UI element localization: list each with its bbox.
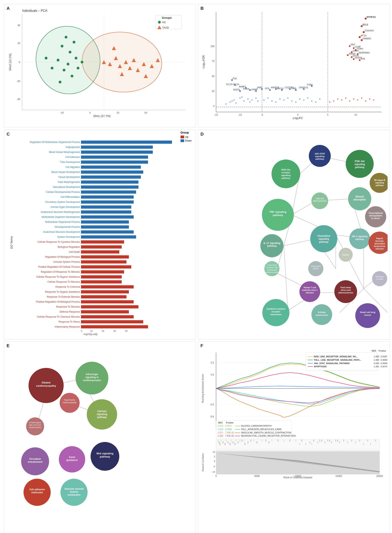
svg-text:Fluid shear: Fluid shear — [340, 287, 351, 289]
panel-a: A Individuals – PCA Dim1 (27.7%) Dim2 (1… — [4, 4, 196, 128]
svg-text:0.0059: 0.0059 — [381, 359, 387, 361]
svg-text:CRISPL01: CRISPL01 — [299, 86, 308, 89]
go-bar-fill — [81, 205, 131, 209]
hc-point — [71, 75, 73, 77]
go-bar-label: Animal Organ Development — [9, 206, 81, 208]
go-bar-fill — [81, 200, 134, 204]
svg-point-37 — [243, 100, 245, 102]
svg-point-57 — [303, 99, 304, 101]
go-bar-fill — [81, 141, 172, 144]
svg-text:ELL2: ELL2 — [363, 23, 368, 26]
svg-rect-286 — [216, 439, 380, 449]
svg-line-141 — [284, 246, 288, 311]
svg-point-91 — [333, 100, 334, 102]
svg-text:Malaria: Malaria — [343, 254, 349, 256]
svg-text:10000: 10000 — [294, 475, 301, 477]
go-bar-fill — [81, 275, 122, 278]
go-x-label: -log10(p.adj) — [83, 333, 187, 335]
svg-point-128 — [359, 59, 360, 61]
go-bar-fill — [81, 210, 131, 214]
network-d: JAK-STAT signaling pathway PI3K-Akt sign… — [200, 137, 388, 339]
hc-point — [67, 63, 70, 66]
svg-point-58 — [307, 97, 308, 99]
svg-point-60 — [315, 101, 316, 103]
node-nod — [271, 160, 300, 188]
svg-text:100: 100 — [210, 45, 215, 48]
svg-text:IL-17 signaling: IL-17 signaling — [264, 242, 280, 245]
svg-point-108 — [359, 36, 361, 38]
hc-point — [61, 45, 63, 47]
svg-text:-40: -40 — [17, 98, 20, 101]
go-bar-label: Blood Vessel Development — [9, 171, 81, 174]
go-bar-fill — [81, 235, 136, 239]
svg-text:signaling: signaling — [319, 238, 329, 240]
svg-text:G49: G49 — [361, 57, 365, 60]
go-bar-label: Cellular Response To Organic Substance — [9, 275, 81, 278]
svg-text:GLRX: GLRX — [353, 50, 359, 52]
svg-text:5000: 5000 — [254, 475, 260, 477]
go-bar-row: Cellular Response To Cytokine Stimulus — [9, 240, 187, 244]
svg-text:JAK_STAT_SIGNALING_PATHWAY: JAK_STAT_SIGNALING_PATHWAY — [314, 362, 350, 364]
go-bar-label: Circulatory System Development — [9, 201, 81, 203]
svg-text:-1.871: -1.871 — [217, 431, 223, 434]
go-bar-label: Anatomical Structure Development — [9, 231, 81, 233]
svg-text:herpesvirus: herpesvirus — [374, 245, 385, 247]
svg-text:CCL15-CCL14: CCL15-CCL14 — [226, 83, 239, 85]
svg-point-47 — [263, 99, 265, 101]
go-bar-label: Positive Regulation Of Biological Proces… — [9, 300, 81, 303]
svg-point-43 — [241, 96, 243, 98]
svg-point-38 — [247, 99, 249, 100]
svg-text:5: 5 — [214, 455, 215, 458]
svg-text:atherosclerosis: atherosclerosis — [313, 200, 326, 202]
svg-text:15000: 15000 — [335, 475, 342, 477]
svg-text:in cancer: in cancer — [376, 278, 383, 280]
svg-text:signaling: signaling — [97, 413, 107, 416]
node-viral — [264, 261, 280, 276]
go-chart: Regulation Of Multicellular Organismal P… — [9, 140, 187, 332]
svg-text:NOD_LIKE_RECEPTOR_SIGNALING_PA: NOD_LIKE_RECEPTOR_SIGNALING_PA... — [314, 355, 358, 358]
go-bar-row: Response To Stress — [9, 320, 187, 324]
svg-text:cytokine and: cytokine and — [267, 269, 277, 271]
go-bar-fill — [81, 305, 138, 308]
svg-text:SGN7A: SGN7A — [233, 89, 240, 91]
svg-point-76 — [269, 89, 271, 91]
go-bar-fill — [81, 290, 129, 293]
go-bar-row: Cell Adhesion — [9, 155, 187, 159]
pca-y-label: Dim2 (12.1%) — [9, 53, 12, 71]
svg-text:Hypertrophic: Hypertrophic — [64, 399, 75, 401]
svg-text:10: 10 — [354, 113, 357, 116]
go-bar-label: Response To Stimulus — [9, 305, 81, 308]
svg-text:-1.663: -1.663 — [217, 425, 223, 427]
go-bar-row: Developmental Process — [9, 225, 187, 229]
go-bar-label: Regulation Of Multicellular Organismal P… — [9, 141, 81, 144]
go-bar-fill — [81, 320, 143, 323]
svg-text:interaction: interaction — [270, 313, 282, 316]
svg-point-61 — [319, 99, 320, 100]
svg-point-35 — [233, 99, 235, 101]
hc-point — [51, 67, 53, 70]
svg-text:-5: -5 — [213, 465, 215, 468]
svg-text:RAMP3: RAMP3 — [239, 86, 246, 88]
svg-text:MTHFG2: MTHFG2 — [367, 16, 376, 18]
go-bar-row: Response To Chemical — [9, 285, 187, 289]
svg-text:pathway: pathway — [100, 455, 110, 458]
svg-text:DARC: DARC — [257, 86, 262, 89]
svg-text:LSAMP: LSAMP — [251, 88, 258, 91]
svg-text:absorption: absorption — [354, 198, 366, 201]
hc-point — [65, 36, 67, 38]
svg-text:muscle: muscle — [70, 491, 78, 493]
svg-text:SERPINA3: SERPINA3 — [359, 52, 369, 54]
svg-text:PI3K-Akt: PI3K-Akt — [355, 160, 365, 163]
svg-text:0.0006: 0.0006 — [225, 428, 232, 430]
svg-point-93 — [341, 99, 342, 101]
svg-text:signaling in: signaling in — [85, 376, 99, 379]
hc-point — [73, 41, 75, 43]
svg-text:Cell adhesion: Cell adhesion — [29, 488, 45, 491]
svg-text:JAK-STAT: JAK-STAT — [315, 152, 325, 155]
svg-text:0: 0 — [215, 475, 217, 477]
go-bar-fill — [81, 190, 136, 194]
svg-text:NEUROACTIVE_LIGAND_RECEPTOR_IN: NEUROACTIVE_LIGAND_RECEPTOR_INTERACTION — [241, 434, 296, 437]
svg-point-48 — [267, 97, 269, 99]
go-x-axis: 0 10 20 30 40 — [81, 330, 187, 332]
go-bar-fill — [81, 195, 134, 199]
